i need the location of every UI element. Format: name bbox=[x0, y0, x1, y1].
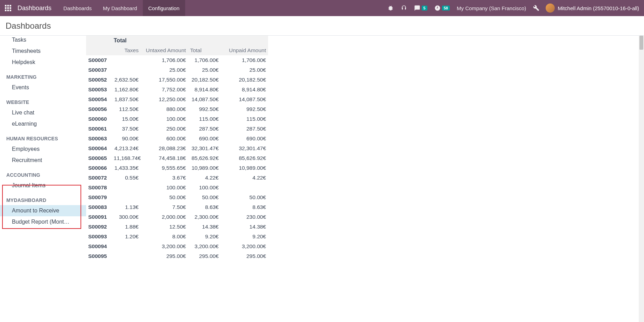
cell-taxes: 300.00€ bbox=[112, 212, 141, 222]
table-row[interactable]: S0003725.00€25.00€25.00€ bbox=[86, 65, 268, 75]
row-id: S00072 bbox=[86, 173, 112, 183]
table-row[interactable]: S000720.55€3.67€4.22€4.22€ bbox=[86, 173, 268, 183]
cell-unpaid: 20,182.50€ bbox=[221, 75, 268, 85]
table-row[interactable]: S00091300.00€2,000.00€2,300.00€230.00€ bbox=[86, 212, 268, 222]
table-row[interactable]: S0006390.00€600.00€690.00€690.00€ bbox=[86, 134, 268, 144]
table-row[interactable]: S000943,200.00€3,200.00€3,200.00€ bbox=[86, 241, 268, 251]
brand-title[interactable]: Dashboards bbox=[16, 5, 58, 12]
table-super-header[interactable]: Total bbox=[112, 36, 268, 46]
debug-icon[interactable] bbox=[384, 0, 397, 16]
cell-untaxed: 1,706.00€ bbox=[141, 55, 188, 65]
cell-unpaid: 4.22€ bbox=[221, 173, 268, 183]
user-menu[interactable]: Mitchell Admin (25570010-16-0-all) bbox=[543, 4, 644, 13]
sidebar-item[interactable]: Timesheets bbox=[0, 46, 86, 57]
cell-taxes bbox=[112, 183, 141, 192]
table-row[interactable]: S000071,706.00€1,706.00€1,706.00€ bbox=[86, 55, 268, 65]
cell-taxes: 1.88€ bbox=[112, 222, 141, 232]
table-row[interactable]: S00078100.00€100.00€ bbox=[86, 183, 268, 192]
col-total[interactable]: Total bbox=[188, 46, 221, 55]
messages-icon[interactable]: 5 bbox=[411, 0, 431, 16]
messages-badge: 5 bbox=[422, 6, 427, 10]
svg-rect-2 bbox=[10, 5, 12, 7]
cell-taxes bbox=[112, 192, 141, 202]
sidebar-item[interactable]: Budget Report (Mont… bbox=[0, 216, 86, 227]
cell-taxes bbox=[112, 55, 141, 65]
cell-unpaid: 8.63€ bbox=[221, 202, 268, 212]
page-scrollbar[interactable] bbox=[639, 36, 644, 322]
table-row[interactable]: S000921.88€12.50€14.38€14.38€ bbox=[86, 222, 268, 232]
table-row[interactable]: S000531,162.80€7,752.00€8,914.80€8,914.8… bbox=[86, 85, 268, 94]
cell-total: 690.00€ bbox=[188, 134, 221, 144]
table-row[interactable]: S000522,632.50€17,550.00€20,182.50€20,18… bbox=[86, 75, 268, 85]
table-row[interactable]: S0007950.00€50.00€50.00€ bbox=[86, 192, 268, 202]
sidebar-section-title: ACCOUNTING bbox=[0, 166, 86, 180]
cell-taxes: 2,632.50€ bbox=[112, 75, 141, 85]
avatar bbox=[546, 4, 555, 13]
cell-untaxed: 25.00€ bbox=[141, 65, 188, 75]
table-row[interactable]: S00056112.50€880.00€992.50€992.50€ bbox=[86, 104, 268, 114]
apps-icon[interactable] bbox=[0, 0, 16, 16]
cell-untaxed: 28,088.23€ bbox=[141, 144, 188, 153]
sidebar-item[interactable]: eLearning bbox=[0, 118, 86, 130]
row-id: S00061 bbox=[86, 124, 112, 134]
table-row[interactable]: S0006511,168.74€74,458.18€85,626.92€85,6… bbox=[86, 153, 268, 163]
table-row[interactable]: S00095295.00€295.00€295.00€ bbox=[86, 251, 268, 261]
sidebar-section-title: MARKETING bbox=[0, 68, 86, 82]
table-row[interactable]: S0006015.00€100.00€115.00€115.00€ bbox=[86, 114, 268, 124]
table-row[interactable]: S000541,837.50€12,250.00€14,087.50€14,08… bbox=[86, 94, 268, 104]
row-id: S00091 bbox=[86, 212, 112, 222]
cell-untaxed: 295.00€ bbox=[141, 251, 188, 261]
cell-total: 14,087.50€ bbox=[188, 94, 221, 104]
cell-unpaid: 85,626.92€ bbox=[221, 153, 268, 163]
activities-icon[interactable]: 58 bbox=[431, 0, 453, 16]
sidebar-item[interactable]: Recruitment bbox=[0, 155, 86, 166]
cell-total: 85,626.92€ bbox=[188, 153, 221, 163]
cell-total: 115.00€ bbox=[188, 114, 221, 124]
sidebar-item[interactable]: Journal Items bbox=[0, 180, 86, 191]
cell-total: 8.63€ bbox=[188, 202, 221, 212]
row-id: S00064 bbox=[86, 144, 112, 153]
cell-total: 992.50€ bbox=[188, 104, 221, 114]
cell-unpaid: 32,301.47€ bbox=[221, 144, 268, 153]
cell-taxes: 112.50€ bbox=[112, 104, 141, 114]
svg-rect-8 bbox=[10, 10, 12, 12]
col-unpaid[interactable]: Unpaid Amount bbox=[221, 46, 268, 55]
cell-taxes: 1.13€ bbox=[112, 202, 141, 212]
table-row[interactable]: S000644,213.24€28,088.23€32,301.47€32,30… bbox=[86, 144, 268, 153]
cell-untaxed: 7,752.00€ bbox=[141, 85, 188, 94]
settings-icon[interactable] bbox=[530, 0, 543, 16]
table-row[interactable]: S000931.20€8.00€9.20€9.20€ bbox=[86, 232, 268, 241]
cell-untaxed: 17,550.00€ bbox=[141, 75, 188, 85]
nav-menu-item[interactable]: Configuration bbox=[143, 0, 185, 16]
nav-menu-item[interactable]: Dashboards bbox=[58, 0, 97, 16]
col-untaxed[interactable]: Untaxed Amount bbox=[141, 46, 188, 55]
sidebar-item[interactable]: Live chat bbox=[0, 107, 86, 118]
sidebar-item[interactable]: Employees bbox=[0, 144, 86, 155]
cell-unpaid: 14,087.50€ bbox=[221, 94, 268, 104]
sidebar-item[interactable]: Helpdesk bbox=[0, 57, 86, 68]
row-id: S00095 bbox=[86, 251, 112, 261]
cell-total: 14.38€ bbox=[188, 222, 221, 232]
col-taxes[interactable]: Taxes bbox=[112, 46, 141, 55]
cell-unpaid: 295.00€ bbox=[221, 251, 268, 261]
cell-unpaid: 9.20€ bbox=[221, 232, 268, 241]
cell-unpaid: 115.00€ bbox=[221, 114, 268, 124]
nav-menu-item[interactable]: My Dashboard bbox=[97, 0, 143, 16]
sidebar: TasksTimesheetsHelpdeskMARKETINGEventsWE… bbox=[0, 36, 86, 322]
main-navbar: Dashboards DashboardsMy DashboardConfigu… bbox=[0, 0, 644, 16]
table-row[interactable]: S0006137.50€250.00€287.50€287.50€ bbox=[86, 124, 268, 134]
sidebar-item[interactable]: Events bbox=[0, 82, 86, 93]
systray: 5 58 My Company (San Francisco) Mitchell… bbox=[384, 0, 644, 16]
table-row[interactable]: S000661,433.35€9,555.65€10,989.00€10,989… bbox=[86, 163, 268, 173]
sidebar-item[interactable]: Amount to Receive bbox=[0, 205, 86, 216]
cell-total: 25.00€ bbox=[188, 65, 221, 75]
sidebar-item[interactable]: Tasks bbox=[0, 36, 86, 46]
cell-total: 20,182.50€ bbox=[188, 75, 221, 85]
cell-total: 50.00€ bbox=[188, 192, 221, 202]
table-row[interactable]: S000831.13€7.50€8.63€8.63€ bbox=[86, 202, 268, 212]
company-switcher[interactable]: My Company (San Francisco) bbox=[453, 0, 530, 16]
support-icon[interactable] bbox=[397, 0, 411, 16]
cell-total: 9.20€ bbox=[188, 232, 221, 241]
pivot-table: Total Taxes Untaxed Amount Total Unpaid … bbox=[86, 36, 268, 261]
cell-unpaid: 287.50€ bbox=[221, 124, 268, 134]
